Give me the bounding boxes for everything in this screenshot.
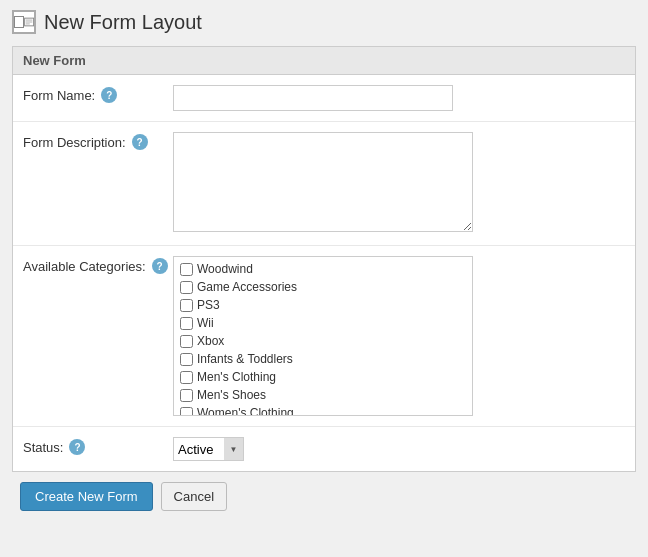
form-name-row: Form Name: ? bbox=[13, 75, 635, 122]
panel-header: New Form bbox=[13, 47, 635, 75]
list-item: Infants & Toddlers bbox=[174, 350, 472, 368]
form-name-control bbox=[173, 85, 625, 111]
category-checkbox[interactable] bbox=[180, 335, 193, 348]
list-item: Men's Shoes bbox=[174, 386, 472, 404]
form-description-control bbox=[173, 132, 625, 235]
categories-row: Available Categories: ? WoodwindGame Acc… bbox=[13, 246, 635, 427]
page-header: New Form Layout bbox=[12, 10, 636, 34]
categories-control: WoodwindGame AccessoriesPS3WiiXboxInfant… bbox=[173, 256, 625, 416]
form-description-input[interactable] bbox=[173, 132, 473, 232]
form-name-label-col: Form Name: ? bbox=[23, 85, 173, 103]
status-control: ActiveInactive bbox=[173, 437, 625, 461]
status-select-wrapper: ActiveInactive bbox=[173, 437, 244, 461]
page-container: New Form Layout New Form Form Name: ? Fo… bbox=[0, 0, 648, 531]
status-label: Status: bbox=[23, 440, 63, 455]
form-description-help-icon[interactable]: ? bbox=[132, 134, 148, 150]
form-name-help-icon[interactable]: ? bbox=[101, 87, 117, 103]
form-description-row: Form Description: ? bbox=[13, 122, 635, 246]
list-item: Wii bbox=[174, 314, 472, 332]
list-item: Game Accessories bbox=[174, 278, 472, 296]
list-item: PS3 bbox=[174, 296, 472, 314]
category-checkbox[interactable] bbox=[180, 353, 193, 366]
status-select[interactable]: ActiveInactive bbox=[173, 437, 244, 461]
list-item: Women's Clothing bbox=[174, 404, 472, 416]
list-item: Men's Clothing bbox=[174, 368, 472, 386]
create-new-form-button[interactable]: Create New Form bbox=[20, 482, 153, 511]
form-description-label-col: Form Description: ? bbox=[23, 132, 173, 150]
form-name-input[interactable] bbox=[173, 85, 453, 111]
list-item: Xbox bbox=[174, 332, 472, 350]
categories-label-col: Available Categories: ? bbox=[23, 256, 173, 274]
form-panel: New Form Form Name: ? Form Description: … bbox=[12, 46, 636, 472]
page-title: New Form Layout bbox=[44, 11, 202, 34]
status-help-icon[interactable]: ? bbox=[69, 439, 85, 455]
list-item: Woodwind bbox=[174, 260, 472, 278]
form-name-label: Form Name: bbox=[23, 88, 95, 103]
form-actions: Create New Form Cancel bbox=[12, 472, 636, 521]
category-checkbox[interactable] bbox=[180, 281, 193, 294]
category-checkbox[interactable] bbox=[180, 263, 193, 276]
category-checkbox[interactable] bbox=[180, 389, 193, 402]
category-checkbox[interactable] bbox=[180, 299, 193, 312]
form-icon bbox=[12, 10, 36, 34]
categories-help-icon[interactable]: ? bbox=[152, 258, 168, 274]
form-description-label: Form Description: bbox=[23, 135, 126, 150]
cancel-button[interactable]: Cancel bbox=[161, 482, 227, 511]
status-row: Status: ? ActiveInactive bbox=[13, 427, 635, 471]
status-label-col: Status: ? bbox=[23, 437, 173, 455]
categories-label: Available Categories: bbox=[23, 259, 146, 274]
category-checkbox[interactable] bbox=[180, 317, 193, 330]
category-checkbox[interactable] bbox=[180, 407, 193, 417]
categories-list[interactable]: WoodwindGame AccessoriesPS3WiiXboxInfant… bbox=[173, 256, 473, 416]
category-checkbox[interactable] bbox=[180, 371, 193, 384]
